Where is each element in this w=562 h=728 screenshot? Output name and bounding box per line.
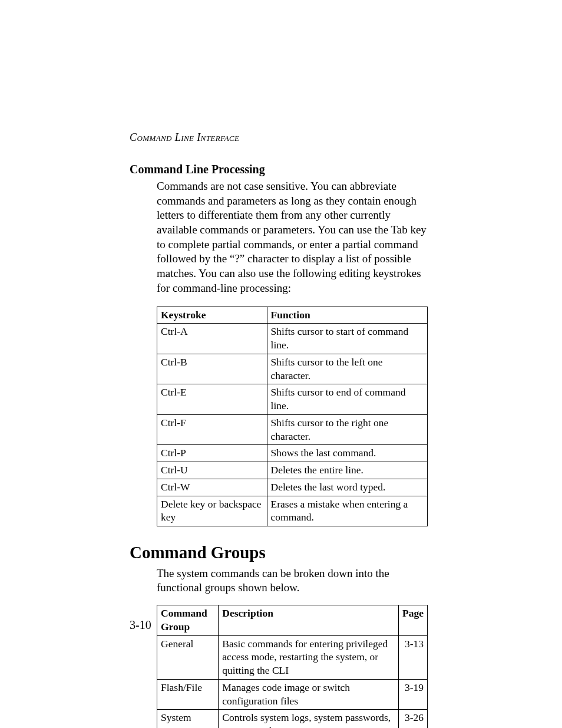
cell-function: Shifts cursor to end of command line.	[267, 384, 427, 415]
table-row: System Management Controls system logs, …	[157, 710, 428, 728]
cell-function: Erases a mistake when entering a command…	[267, 496, 427, 526]
table-row: Ctrl-B Shifts cursor to the left one cha…	[157, 354, 428, 384]
col-description: Description	[219, 605, 399, 636]
table-row: Ctrl-A Shifts cursor to start of command…	[157, 324, 428, 354]
col-page: Page	[399, 605, 428, 636]
col-command-group: Command Group	[157, 605, 219, 636]
cell-keystroke: Ctrl-B	[157, 354, 267, 384]
cell-page: 3-26	[399, 710, 428, 728]
table-row: Ctrl-P Shows the last command.	[157, 445, 428, 462]
section-heading-command-groups: Command Groups	[130, 542, 432, 564]
table-row: Ctrl-W Deletes the last word typed.	[157, 479, 428, 496]
paragraph: The system commands can be broken down i…	[157, 566, 432, 595]
table-row: Ctrl-F Shifts cursor to the right one ch…	[157, 414, 428, 445]
cell-group: System Management	[157, 710, 219, 728]
section-body-clp: Commands are not case sensitive. You can…	[157, 179, 432, 296]
cell-function: Shifts cursor to start of command line.	[267, 324, 427, 354]
cell-keystroke: Ctrl-E	[157, 384, 267, 415]
table-row: Flash/File Manages code image or switch …	[157, 679, 428, 710]
cell-keystroke: Ctrl-P	[157, 445, 267, 462]
col-function: Function	[267, 307, 427, 324]
paragraph: Commands are not case sensitive. You can…	[157, 179, 432, 296]
col-keystroke: Keystroke	[157, 307, 267, 324]
cell-function: Deletes the entire line.	[267, 462, 427, 479]
table-row: Delete key or backspace key Erases a mis…	[157, 496, 428, 526]
cell-page: 3-13	[399, 635, 428, 679]
cell-function: Shifts cursor to the left one character.	[267, 354, 427, 384]
cell-keystroke: Ctrl-U	[157, 462, 267, 479]
cell-function: Deletes the last word typed.	[267, 479, 427, 496]
running-head: Command Line Interface	[130, 131, 239, 144]
table-row: Ctrl-E Shifts cursor to end of command l…	[157, 384, 428, 415]
table-header-row: Command Group Description Page	[157, 605, 428, 636]
cell-description: Basic commands for entering privileged a…	[219, 635, 399, 679]
cell-group: Flash/File	[157, 679, 219, 710]
section-heading-clp: Command Line Processing	[130, 162, 432, 177]
command-groups-table: Command Group Description Page General B…	[157, 605, 428, 728]
cell-description: Manages code image or switch configurati…	[219, 679, 399, 710]
cell-group: General	[157, 635, 219, 679]
section-body-command-groups: The system commands can be broken down i…	[157, 566, 432, 595]
keystroke-table: Keystroke Function Ctrl-A Shifts cursor …	[157, 307, 428, 527]
document-page: Command Line Interface Command Line Proc…	[0, 0, 562, 728]
cell-function: Shows the last command.	[267, 445, 427, 462]
cell-function: Shifts cursor to the right one character…	[267, 414, 427, 445]
cell-description: Controls system logs, system passwords, …	[219, 710, 399, 728]
cell-keystroke: Ctrl-A	[157, 324, 267, 354]
table-row: General Basic commands for entering priv…	[157, 635, 428, 679]
cell-keystroke: Delete key or backspace key	[157, 496, 267, 526]
cell-keystroke: Ctrl-W	[157, 479, 267, 496]
page-number: 3-10	[130, 617, 151, 633]
table-header-row: Keystroke Function	[157, 307, 428, 324]
table-row: Ctrl-U Deletes the entire line.	[157, 462, 428, 479]
cell-keystroke: Ctrl-F	[157, 414, 267, 445]
cell-page: 3-19	[399, 679, 428, 710]
